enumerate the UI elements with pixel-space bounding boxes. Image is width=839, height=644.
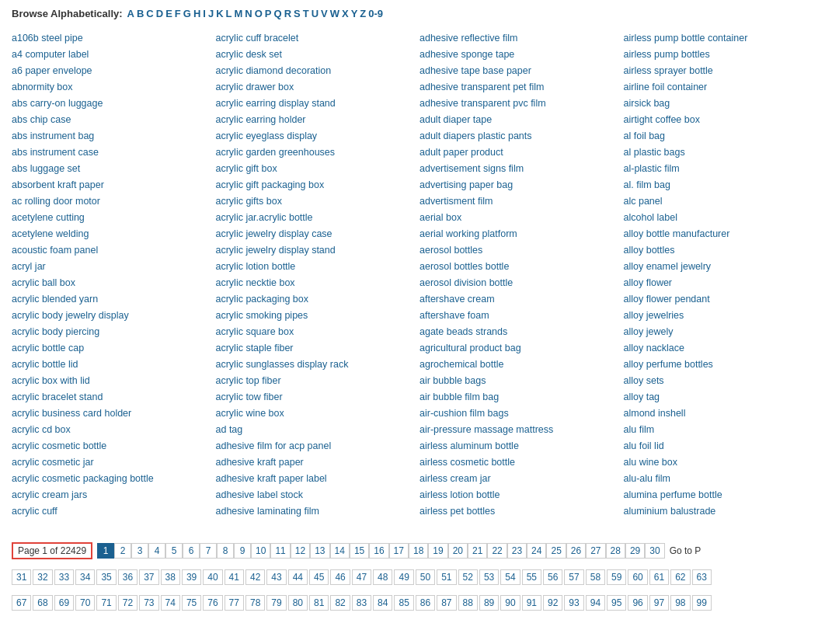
- page-button-68[interactable]: 68: [33, 595, 52, 611]
- list-item[interactable]: acrylic top fiber: [216, 373, 413, 388]
- page-button-56[interactable]: 56: [543, 569, 562, 585]
- alpha-link-g[interactable]: G: [183, 8, 191, 19]
- alpha-link-b[interactable]: B: [137, 8, 144, 19]
- page-button-12[interactable]: 12: [291, 543, 310, 559]
- page-button-49[interactable]: 49: [394, 569, 413, 585]
- list-item[interactable]: adhesive kraft paper: [216, 454, 413, 470]
- list-item[interactable]: al-plastic film: [624, 161, 820, 176]
- list-item[interactable]: acrylic cosmetic bottle: [12, 438, 208, 454]
- list-item[interactable]: acrylic sunglasses display rack: [216, 357, 413, 372]
- page-button-54[interactable]: 54: [500, 569, 520, 585]
- list-item[interactable]: alloy tag: [624, 389, 820, 405]
- list-item[interactable]: aerosol bottles bottle: [420, 259, 616, 274]
- list-item[interactable]: aerial box: [420, 210, 616, 225]
- list-item[interactable]: adhesive reflective film: [420, 30, 616, 46]
- page-button-55[interactable]: 55: [522, 569, 541, 585]
- list-item[interactable]: aluminium balustrade: [624, 503, 820, 519]
- page-button-20[interactable]: 20: [448, 543, 468, 559]
- list-item[interactable]: acrylic ball box: [12, 275, 208, 291]
- list-item[interactable]: alloy sets: [624, 373, 820, 388]
- page-button-57[interactable]: 57: [564, 569, 583, 585]
- list-item[interactable]: airless pump bottles: [624, 47, 820, 62]
- list-item[interactable]: alcohol label: [624, 210, 820, 225]
- list-item[interactable]: advertisement signs film: [420, 161, 616, 176]
- list-item[interactable]: acrylic business card holder: [12, 406, 208, 421]
- page-button-70[interactable]: 70: [75, 595, 95, 611]
- list-item[interactable]: alloy jewelries: [624, 308, 820, 323]
- alpha-link-v[interactable]: V: [321, 8, 328, 19]
- page-button-10[interactable]: 10: [251, 543, 270, 559]
- page-button-11[interactable]: 11: [270, 543, 290, 559]
- alpha-link-0-9[interactable]: 0-9: [368, 8, 383, 19]
- page-button-76[interactable]: 76: [203, 595, 222, 611]
- list-item[interactable]: airless aluminum bottle: [420, 438, 616, 454]
- page-button-41[interactable]: 41: [225, 569, 244, 585]
- list-item[interactable]: air-pressure massage mattress: [420, 422, 616, 437]
- page-button-81[interactable]: 81: [309, 595, 329, 611]
- list-item[interactable]: acrylic body piercing: [12, 324, 208, 339]
- page-button-34[interactable]: 34: [75, 569, 95, 585]
- page-button-29[interactable]: 29: [625, 543, 645, 559]
- alpha-link-r[interactable]: R: [284, 8, 291, 19]
- list-item[interactable]: acrylic cosmetic packaging bottle: [12, 471, 208, 486]
- list-item[interactable]: alu-alu film: [624, 471, 820, 486]
- page-button-30[interactable]: 30: [645, 543, 664, 559]
- alpha-link-i[interactable]: I: [203, 8, 206, 19]
- list-item[interactable]: advertisment film: [420, 193, 616, 209]
- list-item[interactable]: acrylic bottle cap: [12, 340, 208, 356]
- list-item[interactable]: abs instrument bag: [12, 128, 208, 144]
- list-item[interactable]: a106b steel pipe: [12, 30, 208, 46]
- alpha-link-p[interactable]: P: [265, 8, 272, 19]
- list-item[interactable]: alu foil lid: [624, 438, 820, 454]
- page-button-88[interactable]: 88: [458, 595, 478, 611]
- list-item[interactable]: adhesive tape base paper: [420, 63, 616, 78]
- page-button-53[interactable]: 53: [479, 569, 499, 585]
- page-button-99[interactable]: 99: [692, 595, 712, 611]
- list-item[interactable]: acrylic lotion bottle: [216, 259, 413, 274]
- alpha-link-f[interactable]: F: [175, 8, 181, 19]
- list-item[interactable]: acrylic cd box: [12, 422, 208, 437]
- list-item[interactable]: acrylic cuff: [12, 503, 208, 519]
- page-button-39[interactable]: 39: [182, 569, 201, 585]
- list-item[interactable]: airline foil container: [624, 79, 820, 95]
- alpha-link-l[interactable]: L: [226, 8, 232, 19]
- alpha-link-a[interactable]: A: [127, 8, 134, 19]
- list-item[interactable]: acrylic box with lid: [12, 373, 208, 388]
- list-item[interactable]: acrylic jewelry display stand: [216, 242, 413, 258]
- list-item[interactable]: acrylic packaging box: [216, 291, 413, 307]
- page-button-40[interactable]: 40: [203, 569, 222, 585]
- alpha-link-c[interactable]: C: [146, 8, 153, 19]
- list-item[interactable]: airsick bag: [624, 96, 820, 111]
- page-button-51[interactable]: 51: [437, 569, 456, 585]
- list-item[interactable]: alu wine box: [624, 454, 820, 470]
- alpha-link-e[interactable]: E: [165, 8, 172, 19]
- list-item[interactable]: acrylic staple fiber: [216, 340, 413, 356]
- alpha-link-m[interactable]: M: [234, 8, 242, 19]
- list-item[interactable]: adult diapers plastic pants: [420, 128, 616, 144]
- list-item[interactable]: alloy jewely: [624, 324, 820, 339]
- list-item[interactable]: alloy flower pendant: [624, 291, 820, 307]
- list-item[interactable]: airless pump bottle container: [624, 30, 820, 46]
- list-item[interactable]: acrylic bracelet stand: [12, 389, 208, 405]
- list-item[interactable]: alloy perfume bottles: [624, 357, 820, 372]
- list-item[interactable]: aerosol division bottle: [420, 275, 616, 291]
- page-button-18[interactable]: 18: [409, 543, 428, 559]
- page-button-28[interactable]: 28: [606, 543, 625, 559]
- list-item[interactable]: adult diaper tape: [420, 112, 616, 127]
- list-item[interactable]: acrylic gift box: [216, 161, 413, 176]
- list-item[interactable]: abs instrument case: [12, 144, 208, 160]
- list-item[interactable]: air-cushion film bags: [420, 406, 616, 421]
- page-button-16[interactable]: 16: [369, 543, 388, 559]
- page-button-61[interactable]: 61: [649, 569, 669, 585]
- page-button-93[interactable]: 93: [564, 595, 583, 611]
- list-item[interactable]: acrylic diamond decoration: [216, 63, 413, 78]
- page-button-97[interactable]: 97: [649, 595, 669, 611]
- list-item[interactable]: agate beads strands: [420, 324, 616, 339]
- page-button-82[interactable]: 82: [330, 595, 350, 611]
- list-item[interactable]: acrylic drawer box: [216, 79, 413, 95]
- page-button-22[interactable]: 22: [487, 543, 507, 559]
- list-item[interactable]: almond inshell: [624, 406, 820, 421]
- page-button-94[interactable]: 94: [586, 595, 605, 611]
- list-item[interactable]: acrylic wine box: [216, 406, 413, 421]
- list-item[interactable]: acrylic gifts box: [216, 193, 413, 209]
